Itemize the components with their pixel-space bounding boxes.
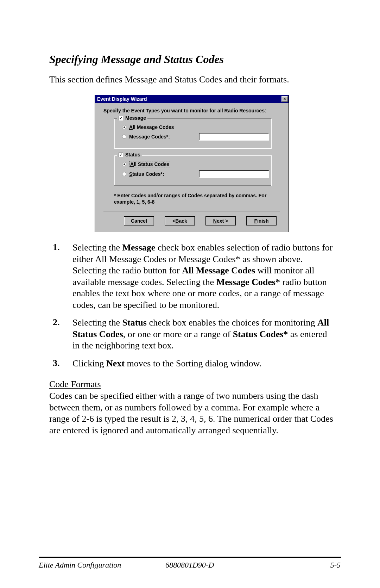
code-formats-heading: Code Formats (49, 379, 334, 390)
step-number: 2. (53, 317, 72, 352)
step-item: 2.Selecting the Status check box enables… (53, 317, 334, 352)
page-footer: Elite Admin Configuration 6880801D90-D 5… (39, 561, 341, 570)
footer-center: 6880801D90-D (39, 561, 341, 570)
next-button[interactable]: Next > (205, 216, 236, 225)
status-checkbox[interactable]: ✓ (119, 153, 123, 157)
intro-text: This section defines Message and Status … (49, 74, 334, 85)
finish-button[interactable]: Finish (246, 216, 277, 225)
status-codes-input[interactable] (199, 170, 269, 178)
code-formats-body: Codes can be specified either with a ran… (49, 390, 334, 436)
message-checkbox[interactable]: ✓ (119, 116, 123, 120)
all-status-codes-radio[interactable] (122, 162, 126, 166)
message-codes-radio[interactable] (122, 135, 126, 139)
event-display-wizard-dialog: Event Display Wizard × Specify the Event… (95, 95, 289, 232)
section-heading: Specifying Message and Status Codes (49, 53, 334, 66)
step-text: Selecting the Message check box enables … (72, 242, 334, 311)
status-legend: Status (125, 152, 140, 157)
dialog-button-strip: Cancel < Back Next > Finish (103, 211, 280, 225)
instruction-steps: 1.Selecting the Message check box enable… (53, 242, 334, 369)
cancel-button[interactable]: Cancel (124, 216, 154, 225)
codes-hint: * Enter Codes and/or ranges of Codes sep… (114, 192, 272, 205)
status-codes-label: Status Codes*: (129, 171, 164, 177)
dialog-title: Event Display Wizard (97, 96, 147, 102)
footer-rule (39, 557, 341, 558)
message-legend: Message (125, 115, 146, 121)
close-icon[interactable]: × (281, 96, 288, 102)
step-number: 1. (53, 242, 72, 311)
step-item: 1.Selecting the Message check box enable… (53, 242, 334, 311)
back-button[interactable]: < Back (165, 216, 195, 225)
message-groupbox: ✓ Message All Message Codes Message Code… (114, 118, 272, 149)
dialog-instruction: Specify the Event Types you want to moni… (103, 108, 280, 113)
all-status-codes-label: All Status Codes (129, 161, 170, 167)
message-codes-input[interactable] (199, 133, 269, 141)
all-message-codes-radio[interactable] (122, 125, 126, 129)
status-codes-radio[interactable] (122, 172, 126, 176)
step-text: Clicking Next moves to the Sorting dialo… (72, 358, 334, 370)
message-codes-label: Message Codes*: (129, 134, 170, 140)
dialog-titlebar: Event Display Wizard × (95, 95, 289, 103)
status-groupbox: ✓ Status All Status Codes Status Codes*: (114, 155, 272, 186)
step-item: 3.Clicking Next moves to the Sorting dia… (53, 358, 334, 370)
step-text: Selecting the Status check box enables t… (72, 317, 334, 352)
step-number: 3. (53, 358, 72, 370)
all-message-codes-label: All Message Codes (129, 124, 174, 130)
